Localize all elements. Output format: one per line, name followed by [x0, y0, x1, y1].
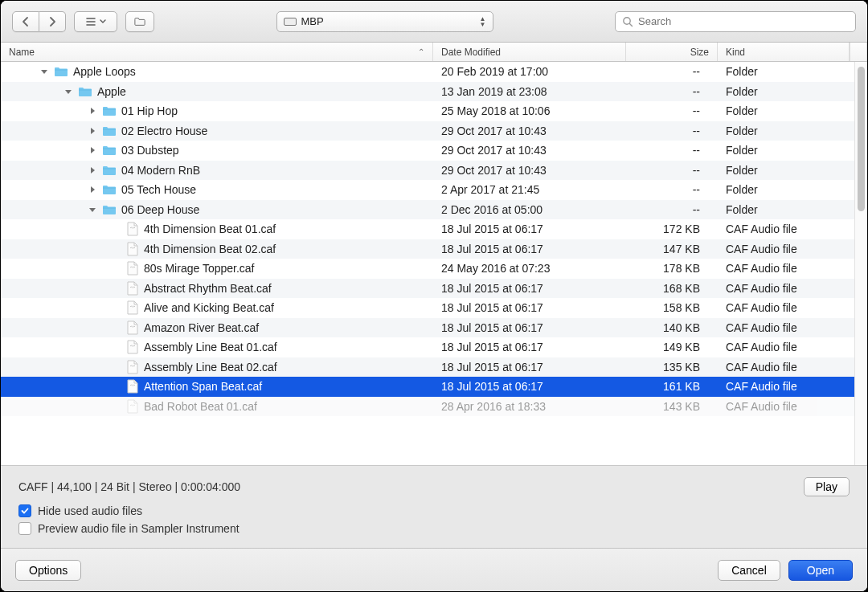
file-row[interactable]: Assembly Line Beat 01.caf18 Jul 2015 at … — [1, 337, 854, 357]
folder-row[interactable]: Apple13 Jan 2019 at 23:08--Folder — [1, 82, 854, 102]
location-label: MBP — [301, 15, 324, 27]
hide-used-checkbox[interactable] — [18, 504, 31, 517]
forward-button[interactable] — [39, 11, 66, 32]
item-size: 143 KB — [626, 400, 718, 413]
disclosure-closed-icon[interactable] — [88, 126, 97, 136]
item-size: 149 KB — [626, 341, 718, 353]
folder-row[interactable]: Apple Loops20 Feb 2019 at 17:00--Folder — [1, 62, 854, 82]
list-icon — [85, 16, 96, 27]
vertical-scrollbar[interactable] — [854, 62, 867, 465]
open-dialog: MBP ▲▼ Name ⌃ Date Modified Size Kind Ap… — [0, 0, 868, 592]
view-mode-button[interactable] — [74, 11, 117, 32]
file-row[interactable]: Attention Span Beat.caf18 Jul 2015 at 06… — [1, 377, 854, 397]
item-kind: Folder — [718, 183, 854, 196]
options-button[interactable]: Options — [15, 560, 81, 581]
audio-file-icon — [126, 242, 139, 256]
preview-row[interactable]: Preview audio file in Sampler Instrument — [18, 522, 850, 535]
item-name: Alive and Kicking Beat.caf — [144, 301, 274, 314]
search-icon — [622, 16, 633, 27]
item-kind: Folder — [718, 85, 854, 98]
item-kind: CAF Audio file — [718, 262, 854, 275]
audio-info-text: CAFF | 44,100 | 24 Bit | Stereo | 0:00:0… — [18, 480, 240, 493]
search-input[interactable] — [638, 15, 849, 27]
hide-used-label: Hide used audio files — [38, 504, 142, 517]
file-list: Apple Loops20 Feb 2019 at 17:00--FolderA… — [1, 62, 867, 465]
item-kind: CAF Audio file — [718, 361, 854, 374]
folder-row[interactable]: 01 Hip Hop25 May 2018 at 10:06--Folder — [1, 101, 854, 121]
folder-icon — [102, 145, 117, 156]
disclosure-closed-icon[interactable] — [88, 145, 97, 155]
disclosure-closed-icon[interactable] — [88, 165, 97, 175]
folder-row[interactable]: 04 Modern RnB29 Oct 2017 at 10:43--Folde… — [1, 161, 854, 181]
file-row[interactable]: 80s Mirage Topper.caf24 May 2016 at 07:2… — [1, 259, 854, 279]
chevron-left-icon — [20, 16, 31, 27]
file-row[interactable]: Alive and Kicking Beat.caf18 Jul 2015 at… — [1, 298, 854, 318]
folder-row[interactable]: 05 Tech House2 Apr 2017 at 21:45--Folder — [1, 180, 854, 200]
disclosure-open-icon[interactable] — [63, 87, 73, 96]
item-date: 18 Jul 2015 at 06:17 — [433, 223, 626, 235]
back-button[interactable] — [12, 11, 39, 32]
folder-icon — [78, 86, 92, 97]
item-name: Apple Loops — [73, 65, 136, 78]
info-panel: CAFF | 44,100 | 24 Bit | Stereo | 0:00:0… — [1, 465, 867, 548]
column-kind[interactable]: Kind — [718, 43, 850, 61]
folder-row[interactable]: 06 Deep House2 Dec 2016 at 05:00--Folder — [1, 200, 854, 220]
item-date: 18 Jul 2015 at 06:17 — [433, 301, 626, 314]
audio-file-icon — [126, 399, 139, 414]
search-field[interactable] — [615, 11, 856, 32]
folder-icon — [102, 125, 117, 137]
column-date[interactable]: Date Modified — [433, 43, 626, 61]
item-kind: Folder — [718, 203, 854, 216]
toolbar: MBP ▲▼ — [1, 1, 867, 43]
item-kind: CAF Audio file — [718, 301, 854, 314]
item-kind: Folder — [718, 104, 854, 117]
folder-row[interactable]: 03 Dubstep29 Oct 2017 at 10:43--Folder — [1, 141, 854, 161]
item-name: 03 Dubstep — [121, 144, 179, 157]
chevron-right-icon — [47, 16, 58, 27]
item-date: 2 Dec 2016 at 05:00 — [433, 203, 626, 216]
item-kind: CAF Audio file — [718, 341, 854, 353]
item-size: -- — [626, 164, 718, 177]
checkmark-icon — [21, 507, 29, 515]
item-size: 161 KB — [626, 380, 718, 393]
folder-icon — [102, 204, 117, 215]
scroll-thumb[interactable] — [858, 67, 865, 211]
audio-file-icon — [126, 222, 139, 236]
item-size: -- — [626, 65, 718, 78]
item-size: 168 KB — [626, 282, 718, 295]
play-button[interactable]: Play — [804, 477, 850, 496]
column-name[interactable]: Name ⌃ — [1, 43, 433, 61]
item-kind: CAF Audio file — [718, 282, 854, 295]
disclosure-open-icon[interactable] — [88, 205, 97, 214]
item-date: 18 Jul 2015 at 06:17 — [433, 243, 626, 255]
grouping-button[interactable] — [125, 11, 154, 32]
item-name: Abstract Rhythm Beat.caf — [144, 282, 272, 295]
item-date: 29 Oct 2017 at 10:43 — [433, 164, 626, 177]
item-size: 135 KB — [626, 361, 718, 374]
file-row[interactable]: Bad Robot Beat 01.caf28 Apr 2016 at 18:3… — [1, 397, 854, 417]
file-row[interactable]: Assembly Line Beat 02.caf18 Jul 2015 at … — [1, 357, 854, 378]
folder-row[interactable]: 02 Electro House29 Oct 2017 at 10:43--Fo… — [1, 121, 854, 141]
file-row[interactable]: Abstract Rhythm Beat.caf18 Jul 2015 at 0… — [1, 279, 854, 299]
preview-checkbox[interactable] — [18, 522, 31, 535]
file-row[interactable]: 4th Dimension Beat 01.caf18 Jul 2015 at … — [1, 219, 854, 239]
item-name: Bad Robot Beat 01.caf — [144, 400, 257, 413]
item-kind: CAF Audio file — [718, 321, 854, 334]
disclosure-closed-icon[interactable] — [88, 185, 97, 194]
location-dropdown[interactable]: MBP ▲▼ — [276, 11, 493, 32]
column-size[interactable]: Size — [626, 43, 718, 61]
item-date: 2 Apr 2017 at 21:45 — [433, 183, 626, 196]
file-row[interactable]: Amazon River Beat.caf18 Jul 2015 at 06:1… — [1, 318, 854, 338]
disclosure-closed-icon[interactable] — [88, 106, 97, 116]
disclosure-open-icon[interactable] — [39, 67, 49, 76]
cancel-button[interactable]: Cancel — [718, 560, 780, 581]
item-size: 158 KB — [626, 301, 718, 314]
item-name: 05 Tech House — [121, 183, 196, 196]
item-name: 4th Dimension Beat 01.caf — [144, 223, 276, 235]
file-row[interactable]: 4th Dimension Beat 02.caf18 Jul 2015 at … — [1, 239, 854, 259]
sort-asc-icon: ⌃ — [418, 47, 424, 56]
item-date: 18 Jul 2015 at 06:17 — [433, 341, 626, 353]
item-size: -- — [626, 144, 718, 157]
open-button[interactable]: Open — [788, 560, 853, 581]
hide-used-row[interactable]: Hide used audio files — [18, 504, 850, 517]
